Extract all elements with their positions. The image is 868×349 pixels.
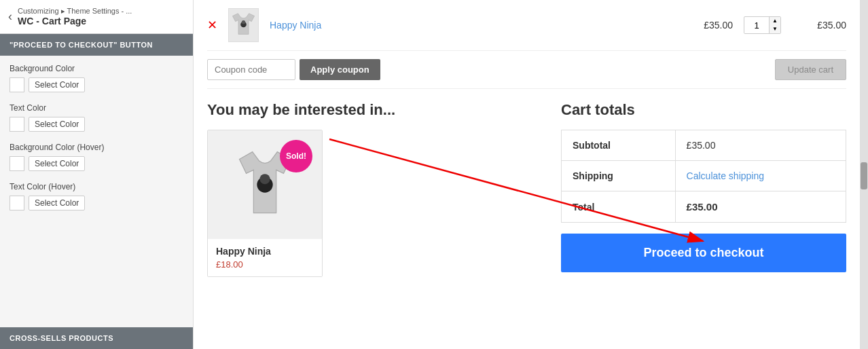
totals-table: Subtotal £35.00 Shipping Calculate shipp… xyxy=(561,130,846,223)
product-card-price: £18.00 xyxy=(216,259,314,270)
product-unit-price: £35.00 xyxy=(679,20,733,31)
product-card-name: Happy Ninja xyxy=(216,246,314,257)
color-row-text-hover: Select Color xyxy=(10,196,183,210)
cart-totals: Cart totals Subtotal £35.00 Shipping Cal… xyxy=(561,101,846,349)
select-color-btn-bg[interactable]: Select Color xyxy=(29,77,85,92)
total-value: £35.00 xyxy=(675,191,846,223)
sidebar-title: WC - Cart Page xyxy=(18,16,132,26)
remove-product-button[interactable]: ✕ xyxy=(207,19,217,31)
field-label-bg-color: Background Color xyxy=(10,64,183,73)
sold-badge: Sold! xyxy=(280,140,312,172)
interest-section: You may be interested in... Sold! Happy … xyxy=(207,101,534,349)
quantity-input[interactable] xyxy=(744,18,769,33)
subtotal-row: Subtotal £35.00 xyxy=(562,130,846,161)
color-swatch-bg[interactable] xyxy=(10,77,24,92)
coupon-left: Apply coupon xyxy=(207,59,380,80)
field-background-color: Background Color Select Color xyxy=(10,64,183,92)
coupon-input[interactable] xyxy=(207,59,295,80)
coupon-row: Apply coupon Update cart xyxy=(207,51,846,89)
cart-totals-title: Cart totals xyxy=(561,101,846,119)
product-card-body: Happy Ninja £18.00 xyxy=(208,239,322,276)
main-content: ✕ Happy Ninja £35.00 ▲ ▼ £35.00 Apply co… xyxy=(194,0,860,349)
sidebar: ‹ Customizing ▸ Theme Settings - ... WC … xyxy=(0,0,194,349)
color-row-text: Select Color xyxy=(10,117,183,132)
field-label-text-hover: Text Color (Hover) xyxy=(10,182,183,191)
quantity-down-button[interactable]: ▼ xyxy=(770,25,780,33)
calculate-shipping-link[interactable]: Calculate shipping xyxy=(687,170,764,181)
quantity-up-button[interactable]: ▲ xyxy=(770,17,780,25)
lower-section: You may be interested in... Sold! Happy … xyxy=(207,89,846,349)
interest-title: You may be interested in... xyxy=(207,101,534,119)
field-text-color: Text Color Select Color xyxy=(10,103,183,132)
color-row-bg-hover: Select Color xyxy=(10,156,183,171)
shipping-row: Shipping Calculate shipping xyxy=(562,161,846,191)
select-color-btn-text-hover[interactable]: Select Color xyxy=(29,196,85,210)
color-swatch-bg-hover[interactable] xyxy=(10,156,24,171)
scrollbar-track[interactable] xyxy=(860,0,868,349)
shipping-value: Calculate shipping xyxy=(675,161,846,191)
product-thumbnail xyxy=(228,8,259,42)
svg-point-3 xyxy=(260,174,270,184)
checkout-button[interactable]: Proceed to checkout xyxy=(561,234,846,272)
color-swatch-text[interactable] xyxy=(10,117,24,132)
color-row-bg: Select Color xyxy=(10,77,183,92)
scrollbar-thumb[interactable] xyxy=(861,162,867,189)
shipping-label: Shipping xyxy=(562,161,676,191)
field-text-color-hover: Text Color (Hover) Select Color xyxy=(10,182,183,210)
quantity-input-wrapper: ▲ ▼ xyxy=(744,16,781,34)
sidebar-content: Background Color Select Color Text Color… xyxy=(0,56,193,327)
product-card[interactable]: Sold! Happy Ninja £18.00 xyxy=(207,130,323,277)
field-bg-color-hover: Background Color (Hover) Select Color xyxy=(10,143,183,171)
back-button[interactable]: ‹ xyxy=(8,10,12,24)
cart-row: ✕ Happy Ninja £35.00 ▲ ▼ £35.00 xyxy=(207,0,846,51)
subtotal-label: Subtotal xyxy=(562,130,676,161)
product-name-link[interactable]: Happy Ninja xyxy=(270,20,668,31)
total-row: Total £35.00 xyxy=(562,191,846,223)
breadcrumb: Customizing ▸ Theme Settings - ... xyxy=(18,7,132,16)
apply-coupon-button[interactable]: Apply coupon xyxy=(300,59,380,80)
line-total: £35.00 xyxy=(792,20,846,31)
select-color-btn-text[interactable]: Select Color xyxy=(29,117,85,132)
subtotal-value: £35.00 xyxy=(675,130,846,161)
svg-point-1 xyxy=(242,20,245,24)
product-card-image: Sold! xyxy=(208,130,322,239)
quantity-arrows: ▲ ▼ xyxy=(769,17,780,33)
section-header-checkout-button: "PROCEED TO CHECKOUT" BUTTON xyxy=(0,34,193,56)
update-cart-button[interactable]: Update cart xyxy=(775,59,846,80)
field-label-bg-hover: Background Color (Hover) xyxy=(10,143,183,152)
select-color-btn-bg-hover[interactable]: Select Color xyxy=(29,156,85,171)
sidebar-header: ‹ Customizing ▸ Theme Settings - ... WC … xyxy=(0,0,193,34)
total-label: Total xyxy=(562,191,676,223)
color-swatch-text-hover[interactable] xyxy=(10,196,24,210)
field-label-text-color: Text Color xyxy=(10,103,183,113)
section-header-cross-sells: CROSS-SELLS PRODUCTS xyxy=(0,327,193,349)
